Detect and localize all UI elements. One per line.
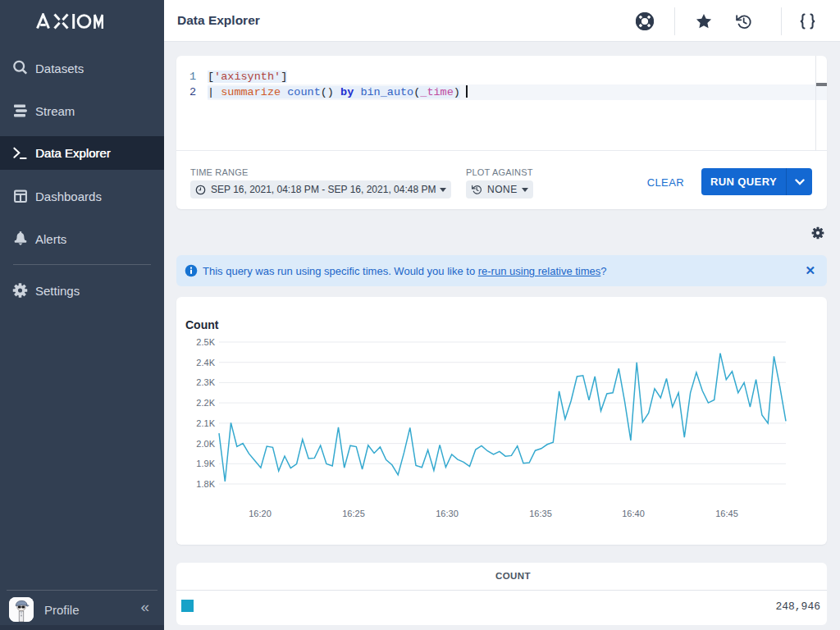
svg-text:16:40: 16:40 [622,509,645,518]
svg-text:2.4K: 2.4K [196,358,215,368]
svg-text:1.8K: 1.8K [196,479,215,489]
svg-text:1.9K: 1.9K [196,459,215,468]
svg-text:16:30: 16:30 [436,509,459,518]
svg-text:2.1K: 2.1K [196,418,215,428]
svg-text:2.5K: 2.5K [196,337,215,347]
svg-text:2.2K: 2.2K [196,398,215,408]
svg-text:16:20: 16:20 [249,509,272,518]
svg-text:16:25: 16:25 [342,509,365,518]
svg-text:16:45: 16:45 [715,509,738,518]
svg-text:16:35: 16:35 [529,509,552,518]
svg-text:2.0K: 2.0K [196,439,215,449]
svg-text:2.3K: 2.3K [196,377,215,387]
